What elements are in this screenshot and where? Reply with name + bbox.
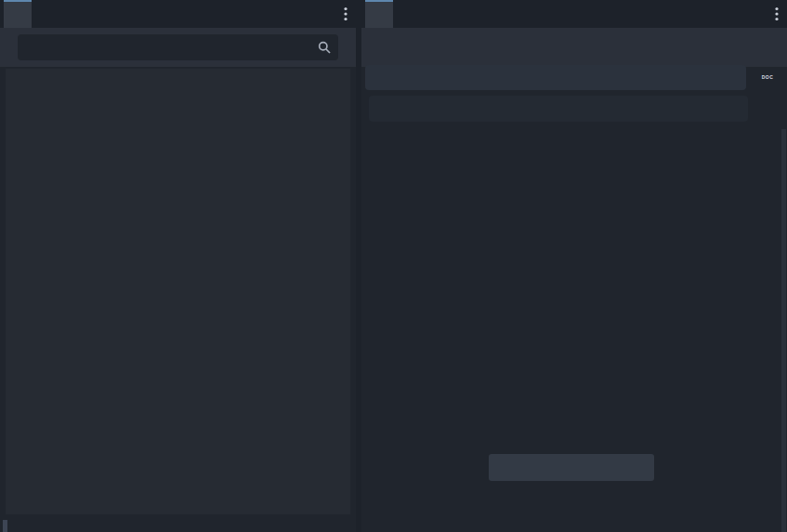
scene-dock-tabbar xyxy=(0,0,356,28)
search-icon xyxy=(318,41,331,57)
tab-scene[interactable] xyxy=(4,0,32,28)
inspector-filter xyxy=(369,97,748,121)
search-documentation-button[interactable]: DOC xyxy=(755,65,780,90)
scene-dock-menu-icon[interactable] xyxy=(342,6,349,21)
inspector-dock-menu-icon[interactable] xyxy=(773,6,780,21)
add-metadata-button[interactable] xyxy=(489,454,654,481)
node-selector-dropdown[interactable] xyxy=(365,65,746,90)
inspector-bottom xyxy=(363,419,780,481)
scene-filter xyxy=(18,34,338,60)
scene-dock xyxy=(0,0,356,532)
scene-tree xyxy=(6,69,350,514)
script-property-row xyxy=(363,419,780,447)
inspector-scrollbar-gutter[interactable] xyxy=(781,129,786,532)
property-filter-sliders-button[interactable] xyxy=(758,98,779,119)
inspector-toolbar xyxy=(361,28,787,67)
doc-label: DOC xyxy=(762,74,774,80)
xr-node-icon xyxy=(373,67,389,89)
dock-edge-sliver xyxy=(3,520,7,532)
tab-node[interactable] xyxy=(393,0,421,28)
inspector-dock-tabbar xyxy=(361,0,787,28)
filter-properties-input[interactable] xyxy=(369,96,748,122)
scene-filter-input[interactable] xyxy=(18,34,338,60)
scene-toolbar xyxy=(0,28,356,67)
tab-inspector[interactable] xyxy=(365,0,393,28)
tab-import[interactable] xyxy=(32,0,59,28)
inspector-dock: DOC xyxy=(361,0,787,532)
